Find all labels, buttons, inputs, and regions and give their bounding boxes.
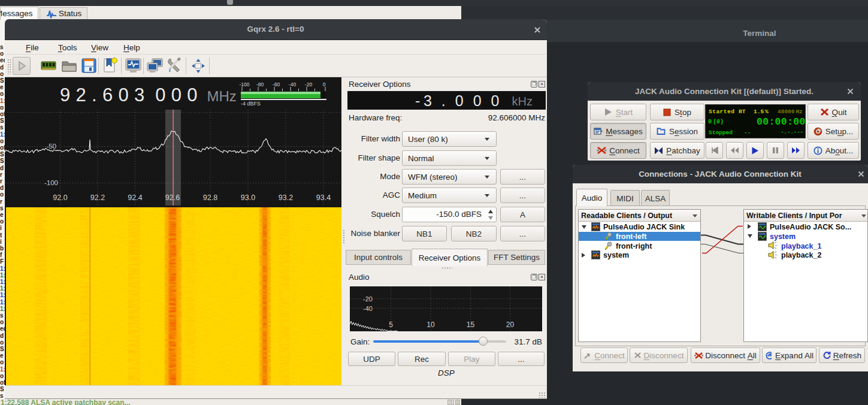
- svg-text:5: 5: [389, 321, 393, 329]
- svg-text:92.0: 92.0: [53, 194, 67, 202]
- svg-text:92.2: 92.2: [90, 194, 105, 202]
- svg-text:93.2: 93.2: [279, 194, 293, 202]
- svg-text:93.0: 93.0: [241, 194, 255, 202]
- svg-text:92.4: 92.4: [128, 194, 142, 202]
- svg-text:-50: -50: [46, 143, 56, 150]
- svg-text:92.6: 92.6: [165, 194, 180, 202]
- svg-text:15: 15: [467, 321, 475, 329]
- svg-text:-20: -20: [363, 295, 373, 303]
- svg-text:10: 10: [427, 321, 435, 329]
- svg-text:20: 20: [506, 321, 515, 329]
- svg-text:-100: -100: [44, 179, 58, 186]
- svg-text:-40: -40: [363, 305, 373, 312]
- svg-text:92.8: 92.8: [203, 194, 217, 202]
- svg-text:93.4: 93.4: [316, 194, 331, 202]
